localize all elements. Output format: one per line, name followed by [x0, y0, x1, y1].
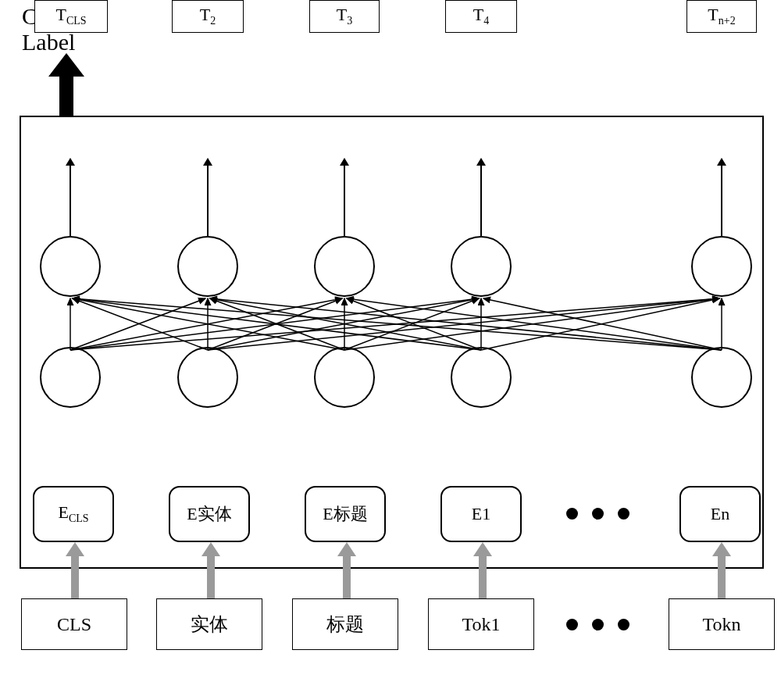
arrow-circle-to-t2 — [207, 164, 209, 236]
hidden-top-1 — [40, 236, 101, 297]
ellipsis-inputs — [566, 619, 629, 630]
embedding-e1: E1 — [440, 486, 522, 542]
hidden-bottom-3 — [314, 347, 375, 408]
embedding-e-cls: ECLS — [33, 486, 114, 542]
input-arrow-cls — [64, 542, 86, 598]
input-tokn: Tokn — [669, 598, 775, 650]
output-t3: T3 — [309, 0, 380, 33]
svg-marker-29 — [473, 542, 492, 598]
output-t2: T2 — [172, 0, 244, 33]
model-container — [20, 116, 764, 569]
svg-marker-0 — [48, 53, 84, 116]
output-t4: T4 — [445, 0, 517, 33]
arrow-circle-to-t3 — [344, 164, 345, 236]
output-arrow-icon — [47, 53, 86, 116]
svg-marker-26 — [66, 542, 84, 598]
hidden-bottom-n — [691, 347, 752, 408]
input-tok1: Tok1 — [428, 598, 534, 650]
hidden-top-3 — [314, 236, 375, 297]
input-cls: CLS — [21, 598, 127, 650]
arrow-circle-to-t4 — [480, 164, 482, 236]
embedding-e-entity: E实体 — [169, 486, 250, 542]
hidden-bottom-2 — [177, 347, 238, 408]
output-tn2: Tn+2 — [686, 0, 757, 33]
input-arrow-tok1 — [472, 542, 494, 598]
hidden-bottom-1 — [40, 347, 101, 408]
hidden-top-4 — [451, 236, 512, 297]
hidden-bottom-4 — [451, 347, 512, 408]
input-arrow-tokn — [711, 542, 733, 598]
embedding-e-title: E标题 — [305, 486, 386, 542]
input-arrow-title — [336, 542, 358, 598]
input-entity: 实体 — [156, 598, 262, 650]
svg-marker-27 — [201, 542, 220, 598]
arrow-circle-to-tcls — [70, 164, 71, 236]
output-t-cls: TCLS — [34, 0, 108, 33]
input-title: 标题 — [292, 598, 398, 650]
input-arrow-entity — [200, 542, 222, 598]
hidden-top-n — [691, 236, 752, 297]
arrow-circle-to-tn2 — [721, 164, 722, 236]
hidden-top-2 — [177, 236, 238, 297]
ellipsis-embeddings — [566, 508, 629, 520]
svg-marker-30 — [712, 542, 731, 598]
svg-marker-28 — [337, 542, 356, 598]
embedding-en: En — [679, 486, 761, 542]
